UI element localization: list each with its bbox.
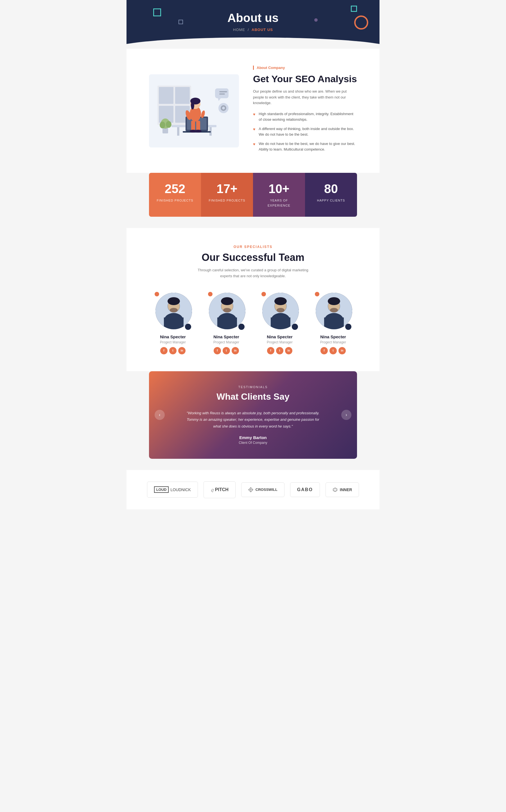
breadcrumb-current: ABOUT US <box>252 27 273 32</box>
about-section: About Company Get Your SEO Analysis Our … <box>126 49 380 173</box>
team-card-3: Nina Specter Progect Manager f t in <box>256 290 304 354</box>
social-icons-2: f t in <box>202 347 250 354</box>
deco-dot-navy-3 <box>292 324 298 330</box>
team-role-1: Progect Manager <box>149 340 197 344</box>
logo-loudnick[interactable]: LOUDLOUDNICK <box>147 482 198 497</box>
breadcrumb-home[interactable]: HOME <box>233 27 245 32</box>
team-name-3: Nina Specter <box>256 334 304 339</box>
stat-label-2: FINISHED PROJECTS <box>208 199 245 202</box>
facebook-btn-4[interactable]: f <box>321 347 328 354</box>
team-avatar-2 <box>206 290 246 330</box>
team-name-1: Nina Specter <box>149 334 197 339</box>
deco-square-teal2 <box>351 6 357 12</box>
logo-crosswill[interactable]: CROSSWILL <box>241 482 284 497</box>
stat-label-1: FINISHED PROJECTS <box>157 199 193 202</box>
svg-marker-64 <box>334 489 336 491</box>
svg-point-20 <box>195 130 201 133</box>
team-name-2: Nina Specter <box>202 334 250 339</box>
team-card-4: Nina Specter Progect Manager f t in <box>309 290 357 354</box>
logo-inner[interactable]: INNER <box>326 482 359 497</box>
deco-circle-pink <box>354 15 368 29</box>
team-section-title: Our Successful Team <box>149 252 357 263</box>
deco-square-small <box>178 20 183 24</box>
twitter-btn-4[interactable]: t <box>329 347 337 354</box>
twitter-btn-3[interactable]: t <box>276 347 283 354</box>
stat-item-2: 17+ FINISHED PROJECTS <box>201 173 253 217</box>
about-tag: About Company <box>253 66 357 70</box>
team-avatar-3 <box>260 290 300 330</box>
svg-rect-2 <box>175 87 190 104</box>
team-grid: Nina Specter Progect Manager f t in <box>149 290 357 354</box>
svg-rect-28 <box>219 93 225 94</box>
facebook-btn-2[interactable]: f <box>214 347 221 354</box>
social-icons-1: f t in <box>149 347 197 354</box>
facebook-btn-3[interactable]: f <box>267 347 274 354</box>
linkedin-btn-3[interactable]: in <box>285 347 292 354</box>
testimonials-section: ‹ TESTIMONIALS What Clients Say "Working… <box>149 371 357 459</box>
stat-number-4: 80 <box>311 182 351 196</box>
svg-marker-26 <box>218 98 221 101</box>
deco-dot-red-2 <box>208 292 213 296</box>
deco-dot-navy-4 <box>345 324 351 330</box>
team-role-2: Progect Manager <box>202 340 250 344</box>
linkedin-btn-1[interactable]: in <box>178 347 185 354</box>
logo-gabo[interactable]: GABO <box>290 482 320 497</box>
svg-rect-35 <box>164 318 184 329</box>
logos-section: LOUDLOUDNICK 𝔮 PITCH CROSSWILL GABO INNE… <box>126 470 380 510</box>
svg-point-24 <box>166 121 171 128</box>
about-content: About Company Get Your SEO Analysis Our … <box>253 66 357 156</box>
linkedin-btn-4[interactable]: in <box>338 347 346 354</box>
twitter-btn-1[interactable]: t <box>169 347 177 354</box>
stat-label-3: YEARS OF EXPERIENCE <box>268 199 290 207</box>
logo-pitch[interactable]: 𝔮 PITCH <box>203 481 236 498</box>
testimonials-author-role: Client Of Company <box>171 441 335 445</box>
breadcrumb: HOME / ABOUT US <box>132 27 374 32</box>
svg-point-14 <box>191 101 194 110</box>
stat-item-4: 80 HAPPY CLIENTS <box>305 173 357 217</box>
linkedin-btn-2[interactable]: in <box>232 347 239 354</box>
svg-point-38 <box>170 308 178 313</box>
deco-square-teal <box>153 8 161 16</box>
stat-number-2: 17+ <box>206 182 247 196</box>
team-avatar-1 <box>153 290 192 330</box>
bullet-list: High standards of professionalism, integ… <box>253 111 357 152</box>
svg-point-37 <box>168 297 180 305</box>
testimonials-tag: TESTIMONIALS <box>171 385 335 389</box>
svg-point-23 <box>160 122 165 128</box>
stat-item-1: 252 FINISHED PROJECTS <box>149 173 201 217</box>
hero-header: About us HOME / ABOUT US <box>126 0 380 49</box>
svg-point-44 <box>221 297 233 305</box>
svg-point-52 <box>277 308 284 313</box>
team-section-tag: OUR SPECIALISTS <box>149 245 357 249</box>
social-icons-3: f t in <box>256 347 304 354</box>
team-role-3: Progect Manager <box>256 340 304 344</box>
stat-number-3: 10+ <box>259 182 300 196</box>
deco-dot-red-4 <box>315 292 319 296</box>
svg-rect-56 <box>324 318 344 329</box>
svg-rect-18 <box>196 121 200 131</box>
stat-number-1: 252 <box>155 182 195 196</box>
bullet-item-2: A different way of thinking, both inside… <box>253 126 357 137</box>
about-title: Get Your SEO Analysis <box>253 73 357 85</box>
svg-point-51 <box>274 297 287 305</box>
deco-dot <box>314 18 318 22</box>
team-card-1: Nina Specter Progect Manager f t in <box>149 290 197 354</box>
testimonial-prev-button[interactable]: ‹ <box>155 410 165 420</box>
facebook-btn-1[interactable]: f <box>160 347 168 354</box>
stats-section: 252 FINISHED PROJECTS 17+ FINISHED PROJE… <box>149 173 357 217</box>
team-section-description: Through careful selection, we've curated… <box>194 267 312 279</box>
deco-dot-navy-2 <box>238 324 245 330</box>
testimonial-next-button[interactable]: › <box>341 410 351 420</box>
team-card-2: Nina Specter Progect Manager f t in <box>202 290 250 354</box>
about-illustration <box>149 74 239 147</box>
team-section: OUR SPECIALISTS Our Successful Team Thro… <box>126 228 380 371</box>
svg-rect-6 <box>177 127 179 136</box>
svg-point-59 <box>330 308 338 313</box>
svg-rect-1 <box>159 87 173 104</box>
twitter-btn-2[interactable]: t <box>223 347 230 354</box>
team-role-4: Progect Manager <box>309 340 357 344</box>
svg-point-31 <box>222 107 225 110</box>
testimonials-quote: "Working with Reuss is always an absolut… <box>183 410 323 429</box>
page-title: About us <box>132 11 374 25</box>
svg-rect-17 <box>191 121 195 131</box>
